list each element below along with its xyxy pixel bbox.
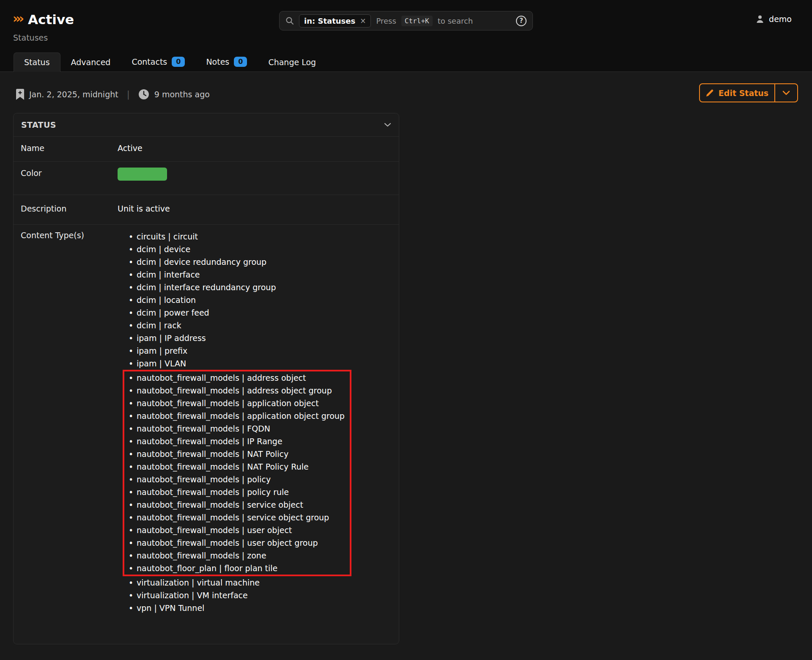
clock-icon — [138, 89, 149, 100]
content-type-item: nautobot_firewall_models | NAT Policy Ru… — [124, 460, 345, 473]
page-title: Active — [28, 12, 74, 27]
content-type-item: ipam | IP address — [118, 332, 399, 344]
content-type-item: nautobot_floor_plan | floor plan tile — [124, 562, 345, 575]
description-label: Description — [14, 195, 118, 224]
content-type-item: nautobot_firewall_models | service objec… — [124, 511, 345, 524]
content-type-item: dcim | location — [118, 294, 399, 306]
search-filter-chip[interactable]: in: Statuses × — [299, 14, 371, 28]
content-type-item: nautobot_firewall_models | NAT Policy — [124, 448, 345, 460]
content-type-item: nautobot_firewall_models | service objec… — [124, 498, 345, 511]
tab-label: Status — [24, 58, 50, 67]
tab-notes[interactable]: Notes0 — [195, 52, 258, 72]
search-suffix-label: to search — [438, 16, 473, 25]
content-type-item: dcim | device — [118, 243, 399, 256]
content-type-item: vpn | VPN Tunnel — [118, 602, 399, 614]
annotation-highlight-box: nautobot_firewall_models | address objec… — [123, 370, 351, 576]
ctrl-k-kbd: Ctrl+K — [401, 16, 433, 26]
status-panel: STATUS Name Active Color Description Uni… — [13, 113, 399, 644]
bookmark-plus-icon — [16, 89, 24, 100]
tab-label: Notes — [206, 57, 229, 66]
content-types-row: Content Type(s) circuits | circuitdcim |… — [14, 224, 399, 644]
content-type-item: circuits | circuit — [118, 230, 399, 243]
content-type-item: dcim | device redundancy group — [118, 256, 399, 268]
tab-change-log[interactable]: Change Log — [258, 52, 326, 72]
meta-divider: | — [127, 89, 130, 99]
tab-label: Advanced — [71, 58, 111, 67]
tab-label: Change Log — [268, 58, 316, 67]
description-row: Description Unit is active — [14, 195, 399, 224]
chevron-down-icon — [782, 91, 790, 96]
content-type-item: dcim | power feed — [118, 306, 399, 319]
edit-status-button[interactable]: Edit Status — [700, 84, 774, 102]
name-value: Active — [118, 137, 399, 161]
content-type-item: nautobot_firewall_models | address objec… — [124, 384, 345, 397]
object-meta: Jan. 2, 2025, midnight | 9 months ago — [16, 87, 210, 102]
search-icon — [285, 16, 294, 25]
content-type-item: ipam | VLAN — [118, 357, 399, 370]
close-icon[interactable]: × — [360, 17, 366, 25]
search-help-icon[interactable]: ? — [516, 16, 527, 26]
content-type-item: nautobot_firewall_models | address objec… — [124, 371, 345, 384]
content-type-item: virtualization | VM interface — [118, 589, 399, 602]
top-navbar: ››› Active Statuses in: Statuses × Press… — [0, 0, 812, 72]
content-type-item: nautobot_firewall_models | IP Range — [124, 435, 345, 448]
content-type-item: nautobot_firewall_models | user object — [124, 524, 345, 536]
global-search-input[interactable]: in: Statuses × Press Ctrl+K to search ? — [279, 11, 533, 30]
nautobot-logo-icon[interactable]: ››› — [13, 12, 28, 25]
content-type-item: nautobot_firewall_models | application o… — [124, 397, 345, 410]
status-panel-header: STATUS — [14, 113, 399, 137]
name-row: Name Active — [14, 137, 399, 161]
count-badge: 0 — [172, 57, 185, 67]
color-row: Color — [14, 161, 399, 195]
tab-label: Contacts — [132, 57, 167, 66]
panel-collapse-toggle[interactable] — [384, 123, 391, 127]
tab-status[interactable]: Status — [14, 52, 60, 72]
created-date: Jan. 2, 2025, midnight — [29, 90, 118, 99]
content-type-item: ipam | prefix — [118, 344, 399, 357]
tab-contacts[interactable]: Contacts0 — [121, 52, 195, 72]
content-types-label: Content Type(s) — [14, 230, 118, 614]
search-filter-chip-label: in: Statuses — [304, 16, 355, 25]
content-type-item: nautobot_firewall_models | application o… — [124, 410, 345, 422]
username-label: demo — [769, 14, 792, 24]
content-type-item: nautobot_firewall_models | policy — [124, 473, 345, 486]
edit-status-button-group: Edit Status — [699, 83, 798, 102]
content-type-item: virtualization | virtual machine — [118, 576, 399, 589]
content-types-list: circuits | circuitdcim | devicedcim | de… — [118, 230, 399, 614]
tab-advanced[interactable]: Advanced — [60, 52, 121, 72]
content-type-item: nautobot_firewall_models | zone — [124, 549, 345, 562]
description-value: Unit is active — [118, 195, 399, 224]
user-menu[interactable]: demo — [755, 14, 792, 24]
count-badge: 0 — [234, 57, 247, 67]
edit-status-dropdown-toggle[interactable] — [774, 84, 797, 102]
content-type-item: nautobot_firewall_models | policy rule — [124, 486, 345, 498]
search-press-label: Press — [376, 16, 396, 25]
pencil-icon — [706, 89, 714, 97]
status-color-swatch — [118, 168, 167, 181]
content-type-item: dcim | interface redundancy group — [118, 281, 399, 294]
tab-bar: StatusAdvancedContacts0Notes0Change Log — [14, 52, 326, 72]
content-type-item: nautobot_firewall_models | user object g… — [124, 536, 345, 549]
page-heading: ››› Active — [13, 12, 74, 27]
last-updated: 9 months ago — [154, 90, 210, 99]
name-label: Name — [14, 137, 118, 161]
content-type-item: nautobot_firewall_models | FQDN — [124, 422, 345, 435]
content-type-item: dcim | interface — [118, 268, 399, 281]
status-panel-title: STATUS — [21, 120, 56, 129]
content-type-item: dcim | rack — [118, 319, 399, 332]
color-label: Color — [14, 162, 118, 195]
breadcrumb-statuses[interactable]: Statuses — [13, 33, 48, 42]
edit-status-label: Edit Status — [719, 88, 768, 98]
user-icon — [755, 14, 765, 24]
